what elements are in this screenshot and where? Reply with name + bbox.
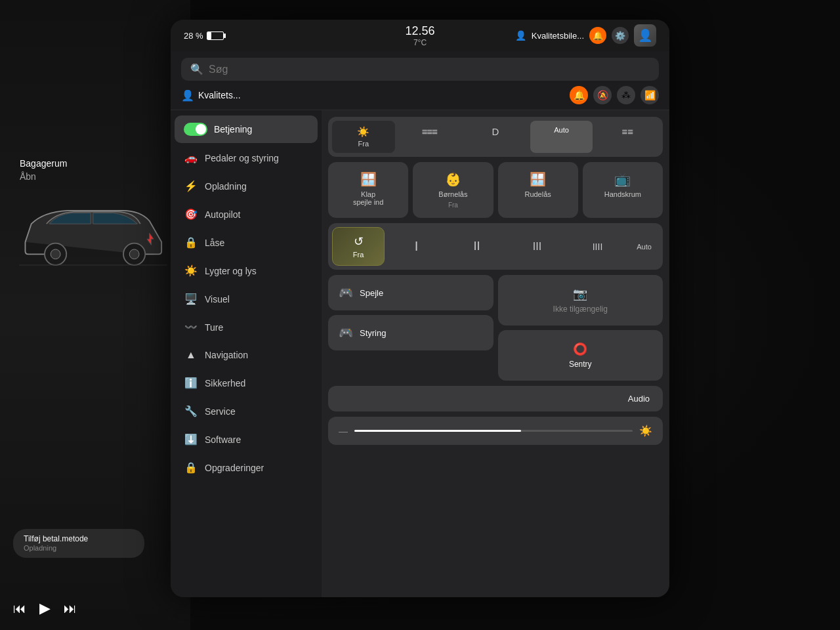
sidebar-item-autopilot[interactable]: 🎯 Autopilot [175, 201, 318, 228]
boernelas-btn[interactable]: 👶 Børnelås Fra [413, 162, 493, 218]
status-bar: 28 % 12.56 7°C 👤 Kvalitetsbile... 🔔 ⚙️ 👤 [171, 20, 669, 51]
sidebar-item-opladning[interactable]: ⚡ Opladning [175, 173, 318, 200]
high-icon: ≡≡ [621, 126, 633, 137]
klap-label: Klapspejle ind [353, 190, 383, 206]
signal-icon[interactable]: 📶 [640, 86, 659, 104]
steering-label: Styring [360, 328, 386, 338]
search-input[interactable] [209, 64, 650, 75]
rudelas-btn[interactable]: 🪟 Rudelås [498, 162, 578, 218]
mirror-btn[interactable]: 🎮 Spejle [328, 275, 494, 310]
child-lock-icon: 👶 [445, 171, 461, 187]
wiper-icon: ↺ [354, 234, 364, 249]
light-d-btn[interactable]: D [464, 121, 527, 153]
brightness-icon-right: ☀️ [639, 425, 652, 437]
nav-sidebar: Betjening 🚗 Pedaler og styring ⚡ Opladni… [171, 110, 322, 597]
pedaler-label: Pedaler og styring [205, 153, 279, 163]
camera-btn[interactable]: 📷 Ikke tilgængelig [498, 275, 663, 326]
mirror-adjust-icon: 🎮 [339, 285, 353, 300]
sidebar-item-navigation[interactable]: ▲ Navigation [175, 342, 318, 368]
search-icon: 🔍 [190, 63, 203, 75]
brightness-slider-track[interactable] [354, 430, 633, 432]
service-label: Service [205, 406, 236, 417]
sidebar-item-laase[interactable]: 🔒 Låse [175, 229, 318, 256]
sun-icon: ☀️ [357, 126, 369, 138]
car-icon: 🚗 [184, 152, 198, 164]
handskrum-btn[interactable]: 📺 Handskrum [583, 162, 663, 218]
mirror-camera-row: 🎮 Spejle 🎮 Styring 📷 Ikke tilgængelig [328, 275, 663, 381]
steering-btn[interactable]: 🎮 Styring [328, 315, 494, 350]
lighting-controls: ☀️ Fra ≡≡≡ D Auto ≡≡ [328, 117, 663, 157]
sidebar-item-service[interactable]: 🔧 Service [175, 398, 318, 425]
next-button[interactable]: ⏭ [64, 601, 77, 616]
sidebar-item-software[interactable]: ⬇️ Software [175, 426, 318, 453]
sidebar-item-lygter[interactable]: ☀️ Lygter og lys [175, 257, 318, 284]
wiper-speed1[interactable]: I [388, 239, 445, 254]
sidebar-item-pedaler[interactable]: 🚗 Pedaler og styring [175, 144, 318, 171]
boernelas-sublabel: Fra [448, 201, 458, 209]
sidebar-item-ture[interactable]: 〰️ Ture [175, 314, 318, 341]
boernelas-label: Børnelås [438, 190, 467, 198]
sentry-btn[interactable]: ⭕ Sentry [498, 330, 663, 381]
prev-button[interactable]: ⏮ [13, 601, 26, 616]
username-sub: Kvalitets... [198, 90, 241, 100]
light-high-btn[interactable]: ≡≡ [596, 121, 659, 153]
sentry-label: Sentry [569, 360, 592, 369]
sidebar-item-visuel[interactable]: 🖥️ Visuel [175, 285, 318, 312]
display-icon: 🖥️ [184, 293, 198, 305]
media-controls: ⏮ ▶ ⏭ [13, 600, 77, 617]
search-container[interactable]: 🔍 [181, 58, 659, 81]
download-icon: ⬇️ [184, 433, 198, 446]
alarm-icon[interactable]: 🔔 [570, 86, 588, 104]
info-icon: ℹ️ [184, 377, 198, 389]
light-auto-btn[interactable]: Auto [530, 121, 593, 153]
steering-icon: 🎮 [339, 326, 353, 340]
wiper-controls: ↺ Fra I II III IIII Auto [328, 223, 663, 270]
visuel-label: Visuel [205, 294, 230, 304]
light-edge-btn[interactable]: ≡≡≡ [398, 121, 461, 153]
rudelas-label: Rudelås [524, 190, 551, 198]
mirror-fold-icon: 🪟 [360, 171, 377, 187]
svg-point-1 [51, 249, 60, 259]
charging-icon: ⚡ [184, 180, 198, 192]
camera-sentry-container: 📷 Ikke tilgængelig ⭕ Sentry [498, 275, 663, 381]
audio-btn[interactable]: Audio [328, 386, 663, 411]
auto-label: Auto [554, 126, 569, 134]
profile-avatar[interactable]: 👤 [634, 24, 656, 47]
lock-icon: 🔒 [184, 236, 198, 249]
battery-indicator: 28 % [184, 31, 224, 41]
light-fra-btn[interactable]: ☀️ Fra [332, 121, 395, 153]
edge-icon: ≡≡≡ [422, 126, 437, 137]
settings-icon-status: ⚙️ [612, 27, 629, 44]
wiper-speed2[interactable]: II [448, 240, 505, 253]
sikkerhed-label: Sikkerhed [205, 378, 245, 388]
sidebar-item-betjening[interactable]: Betjening [175, 116, 318, 143]
wiper-speed3[interactable]: III [509, 241, 566, 253]
bell-icon[interactable]: 🔕 [593, 86, 612, 104]
camera-label: Ikke tilgængelig [553, 304, 608, 314]
alarm-icon-status: 🔔 [589, 27, 606, 44]
car-illustration [13, 190, 171, 276]
wiper-active-btn[interactable]: ↺ Fra [332, 227, 385, 266]
d-icon: D [492, 126, 499, 137]
wiper-active-label: Fra [353, 251, 364, 259]
sidebar-item-sikkerhed[interactable]: ℹ️ Sikkerhed [175, 369, 318, 396]
play-button[interactable]: ▶ [39, 600, 51, 617]
payment-method[interactable]: Tilføj betal.metode Opladning [13, 529, 144, 558]
wrench-icon: 🔧 [184, 405, 198, 417]
mirror-row-container: 🎮 Spejle 🎮 Styring [328, 275, 494, 381]
software-label: Software [205, 434, 241, 445]
sidebar-item-opgraderinger[interactable]: 🔒 Opgraderinger [175, 454, 318, 481]
brightness-control: — ☀️ [328, 417, 663, 445]
wiper-speed4[interactable]: IIII [569, 242, 626, 252]
control-panel: ☀️ Fra ≡≡≡ D Auto ≡≡ [322, 110, 669, 597]
opgraderinger-label: Opgraderinger [205, 463, 264, 473]
navigation-label: Navigation [205, 350, 248, 360]
main-controls-grid: 🪟 Klapspejle ind 👶 Børnelås Fra 🪟 Rudelå… [328, 162, 663, 218]
wiper-auto-btn[interactable]: Auto [629, 243, 659, 251]
user-icon-sub: 👤 [181, 89, 194, 102]
audio-label: Audio [628, 394, 650, 404]
klap-spejle-btn[interactable]: 🪟 Klapspejle ind [328, 162, 408, 218]
bluetooth-icon-sub[interactable]: ⁂ [617, 86, 635, 104]
brightness-slider-fill [354, 430, 521, 432]
sentry-icon: ⭕ [573, 342, 587, 356]
